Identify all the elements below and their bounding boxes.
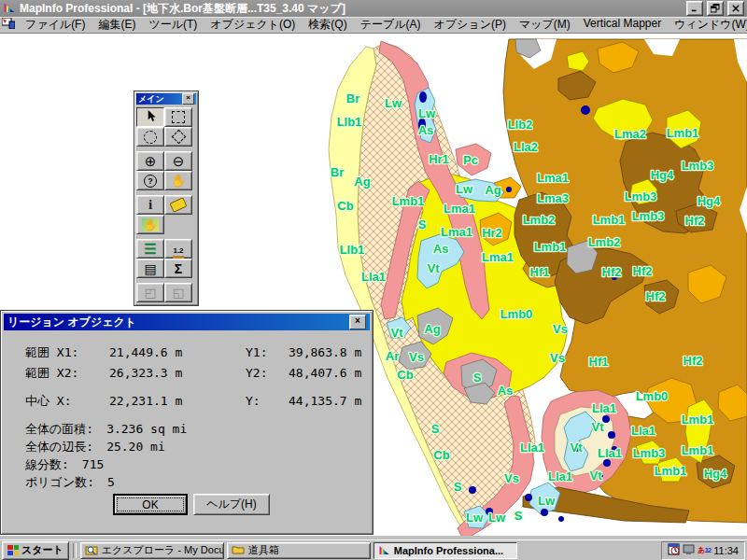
legend-tool[interactable]: ▤ xyxy=(136,259,164,278)
map-label-Lla1: Lla1 xyxy=(520,441,544,455)
map-label-Lmb1: Lmb1 xyxy=(682,443,714,457)
dialog-row: ポリゴン数:5 xyxy=(25,474,115,491)
menu-item[interactable]: オブジェクト(O) xyxy=(204,16,302,34)
sigma-icon: Σ xyxy=(175,261,182,276)
zoom-out-tool[interactable]: ⊖ xyxy=(164,151,192,171)
map-label-Llb1: Llb1 xyxy=(337,115,362,129)
menu-item[interactable]: オプション(P) xyxy=(428,16,513,34)
boundary-select-icon xyxy=(174,132,184,142)
folder-icon xyxy=(232,544,245,557)
tray-schedule-icon[interactable] xyxy=(668,543,680,557)
task-button[interactable]: 道具箱 xyxy=(227,542,371,559)
dialog-row: 範囲 X1:21,449.6 mY1:39,863.8 m xyxy=(25,344,361,361)
map-label-As: As xyxy=(418,123,434,137)
menu-item[interactable]: 検索(Q) xyxy=(302,16,353,34)
map-label-Lma1: Lma1 xyxy=(482,250,514,264)
mdi-child-icon[interactable] xyxy=(2,18,15,32)
map-label-As: As xyxy=(498,384,514,398)
map-label-Lla1: Lla1 xyxy=(631,424,655,438)
window-title: MapInfo Professional - [地下水.Bor基盤断層...T3… xyxy=(20,1,683,17)
map-label-S: S xyxy=(473,371,482,385)
map-label-Hg4: Hg4 xyxy=(698,194,721,208)
legend-icon: ▤ xyxy=(144,261,156,276)
map-label-Hg4: Hg4 xyxy=(651,168,674,182)
main-toolbar-titlebar[interactable]: メイン × xyxy=(136,93,196,105)
map-label-Lma3: Lma3 xyxy=(537,191,569,205)
label-tool[interactable] xyxy=(164,195,192,215)
ok-button[interactable]: OK xyxy=(113,494,188,515)
start-label: スタート xyxy=(21,543,63,557)
map-label-Br: Br xyxy=(331,165,344,179)
desktop: { "window": { "title": "MapInfo Professi… xyxy=(0,0,747,560)
restore-icon[interactable] xyxy=(707,1,724,16)
taskbar-clock[interactable]: 11:34 xyxy=(713,545,739,556)
map-label-Hr2: Hr2 xyxy=(482,226,502,240)
menu-bar: ファイル(F)編集(E)ツール(T)オブジェクト(O)検索(Q)テーブル(A)オ… xyxy=(0,17,747,34)
tray-display-icon[interactable] xyxy=(683,543,695,557)
map-label-Lmb1: Lmb1 xyxy=(655,464,687,478)
menu-item[interactable]: ファイル(F) xyxy=(19,16,92,34)
minimize-icon[interactable] xyxy=(686,1,703,16)
map-label-Cb: Cb xyxy=(337,199,353,213)
drag-map-icon: ✋ xyxy=(142,217,160,231)
map-label-Lmb3: Lmb3 xyxy=(633,446,666,460)
tray-ime-icon[interactable]: あ12 xyxy=(698,545,711,555)
dialog-row: 線分数:715 xyxy=(25,456,104,473)
map-label-Vs: Vs xyxy=(409,350,424,364)
map-label-S: S xyxy=(418,217,427,231)
map-label-Hf1: Hf1 xyxy=(530,265,550,279)
map-label-Vs: Vs xyxy=(504,471,519,485)
dialog-row: 全体の辺長:25.20 mi xyxy=(25,439,165,455)
region-object-dialog: リージョン オブジェクト × 範囲 X1:21,449.6 mY1:39,863… xyxy=(0,310,374,535)
menu-item[interactable]: ウィンドウ(W) xyxy=(668,16,747,34)
dialog-close-icon[interactable]: × xyxy=(349,315,366,329)
change-view-icon: ? xyxy=(144,175,157,188)
map-label-Hr1: Hr1 xyxy=(429,152,449,166)
task-button[interactable]: MapInfo Professiona... xyxy=(374,542,517,559)
drag-map-window-tool[interactable]: ✋ xyxy=(136,215,164,234)
map-label-Lmb1: Lmb1 xyxy=(593,213,626,227)
map-label-Lla1: Lla1 xyxy=(598,446,622,460)
statistics-tool[interactable]: Σ xyxy=(164,259,192,278)
select-tool[interactable] xyxy=(136,107,164,127)
toolbar-close-icon[interactable]: × xyxy=(182,93,194,105)
menu-item[interactable]: Vertical Mapper xyxy=(577,16,668,34)
layer-control-tool[interactable]: ☰ xyxy=(136,239,164,259)
menu-item[interactable]: ツール(T) xyxy=(142,16,204,34)
info-tool[interactable]: i xyxy=(136,195,164,215)
change-view-tool[interactable]: ? xyxy=(136,171,164,190)
map-label-Lw: Lw xyxy=(385,96,402,110)
task-button[interactable]: エクスプローラ - My Docu... xyxy=(80,542,224,559)
ruler-icon: 1.2 xyxy=(173,242,183,256)
map-label-Lla1: Lla1 xyxy=(592,401,616,415)
radius-select-tool[interactable] xyxy=(136,127,164,147)
start-button[interactable]: スタート xyxy=(2,541,69,560)
marquee-select-tool[interactable] xyxy=(164,107,192,127)
map-label-Lma1: Lma1 xyxy=(444,202,475,216)
map-label-Hg4: Hg4 xyxy=(704,467,727,481)
map-label-Cb: Cb xyxy=(397,368,413,382)
map-label-Vs: Vs xyxy=(553,322,568,336)
taskbar: スタート エクスプローラ - My Docu...道具箱MapInfo Prof… xyxy=(0,539,747,560)
ruler-tool[interactable]: 1.2 xyxy=(164,239,192,259)
map-label-Lmb1: Lmb1 xyxy=(667,126,699,140)
dialog-row: 中心 X:22,231.1 mY:44,135.7 m xyxy=(25,393,361,410)
map-label-Hf2: Hf2 xyxy=(684,354,703,368)
help-button[interactable]: ヘルプ(H) xyxy=(193,494,270,515)
pan-tool[interactable]: ✋ xyxy=(164,171,192,190)
map-label-Hf2: Hf2 xyxy=(646,289,666,303)
zoom-in-icon: ⊕ xyxy=(145,153,157,170)
zoom-in-tool[interactable]: ⊕ xyxy=(136,151,164,171)
map-label-Lmb3: Lmb3 xyxy=(625,189,657,203)
map-label-Hf2: Hf2 xyxy=(633,264,653,278)
map-label-Lma1: Lma1 xyxy=(537,171,569,185)
dialog-titlebar[interactable]: リージョン オブジェクト × xyxy=(4,314,370,330)
menu-item[interactable]: テーブル(A) xyxy=(354,16,428,34)
close-icon[interactable] xyxy=(727,1,744,16)
map-label-Ar: Ar xyxy=(386,349,399,363)
main-toolbar-title: メイン xyxy=(138,93,164,105)
menu-item[interactable]: マップ(M) xyxy=(513,16,577,34)
map-label-Llb2: Llb2 xyxy=(508,118,533,132)
boundary-select-tool[interactable] xyxy=(164,127,192,147)
menu-item[interactable]: 編集(E) xyxy=(92,16,142,34)
